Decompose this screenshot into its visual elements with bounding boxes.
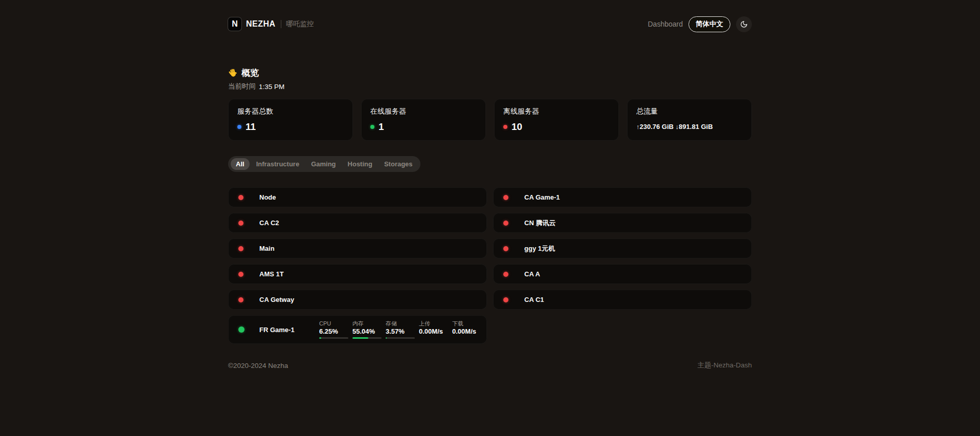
brand-logo[interactable]: N NEZHA 哪吒监控 (228, 17, 314, 31)
server-live-stats: CPU 6.25% 内存 55.04% 存储 3.57% (319, 320, 481, 339)
stat-card-value: 10 (511, 121, 522, 133)
header: N NEZHA 哪吒监控 Dashboard 简体中文 (228, 0, 752, 33)
server-name: CA A (524, 270, 540, 278)
stat-card-online-servers[interactable]: 在线服务器 1 (361, 99, 486, 141)
status-dot-icon (238, 195, 243, 200)
stat-value: 0.00M/s (419, 328, 448, 336)
download-stat: 下载 0.00M/s (452, 320, 481, 339)
memory-progress-bar (352, 337, 382, 339)
brand-name: NEZHA (246, 19, 276, 29)
server-group-tabs: All Infrastructure Gaming Hosting Storag… (228, 156, 420, 172)
stat-label: 内存 (352, 320, 382, 327)
tab-gaming[interactable]: Gaming (306, 158, 341, 170)
server-name: AMS 1T (259, 270, 284, 278)
server-row-ca-getway[interactable]: CA Getway (228, 290, 487, 310)
offline-servers-dot-icon (503, 125, 507, 129)
stat-label: 存储 (386, 320, 415, 327)
page-container: N NEZHA 哪吒监控 Dashboard 简体中文 (228, 0, 752, 370)
server-name: ggy 1元机 (524, 244, 555, 253)
server-list-left-column: Node CA C2 Main AMS 1T CA Getway FR Game… (228, 187, 487, 344)
language-button[interactable]: 简体中文 (688, 16, 730, 32)
server-row-cn-tencent[interactable]: CN 腾讯云 (493, 213, 752, 233)
server-row-ca-c1[interactable]: CA C1 (493, 290, 752, 310)
stat-card-total-servers[interactable]: 服务器总数 11 (228, 99, 353, 141)
storage-stat: 存储 3.57% (386, 320, 415, 339)
header-actions: Dashboard 简体中文 (648, 16, 752, 32)
stat-value: 0.00M/s (452, 328, 481, 336)
server-row-ggy-1yuan[interactable]: ggy 1元机 (493, 238, 752, 258)
stat-card-value: 1 (378, 121, 384, 133)
brand-subtitle: 哪吒监控 (286, 19, 314, 29)
brand-divider (281, 20, 281, 28)
stat-value: 3.57% (386, 328, 415, 336)
stat-card-title: 服务器总数 (237, 107, 344, 116)
stat-card-title: 在线服务器 (370, 107, 477, 116)
tab-all[interactable]: All (231, 158, 250, 170)
cpu-stat: CPU 6.25% (319, 320, 348, 339)
stat-value: 6.25% (319, 328, 348, 336)
current-time-value: 1:35 PM (259, 83, 284, 91)
total-servers-dot-icon (237, 125, 241, 129)
memory-stat: 内存 55.04% (352, 320, 382, 339)
dashboard-link[interactable]: Dashboard (648, 20, 683, 28)
server-name: CA C1 (524, 296, 544, 303)
server-name: CA C2 (259, 219, 279, 227)
status-dot-icon (503, 246, 508, 251)
stat-card-title: 离线服务器 (503, 107, 610, 116)
server-list-right-column: CA Game-1 CN 腾讯云 ggy 1元机 CA A CA C1 (493, 187, 752, 310)
footer: ©2020-2024 Nezha 主题-Nezha-Dash (228, 361, 752, 370)
storage-progress-bar (386, 337, 415, 339)
server-row-main[interactable]: Main (228, 238, 487, 258)
overview-section: 概览 当前时间 1:35 PM (228, 67, 752, 91)
stats-grid: 服务器总数 11 在线服务器 1 离线服务器 10 总流量 ↑230.76 Gi… (228, 99, 752, 141)
stat-card-title: 总流量 (636, 107, 743, 116)
server-row-fr-game-1[interactable]: FR Game-1 CPU 6.25% 内存 55.04% 存储 3.57% (228, 315, 487, 344)
stat-label: CPU (319, 320, 348, 327)
stat-card-total-traffic: 总流量 ↑230.76 GiB ↓891.81 GiB (627, 99, 752, 141)
online-servers-dot-icon (370, 125, 374, 129)
tab-hosting[interactable]: Hosting (343, 158, 377, 170)
copyright: ©2020-2024 Nezha (228, 362, 288, 369)
status-dot-icon (238, 297, 243, 302)
stat-value: 55.04% (352, 328, 382, 336)
server-name: Node (259, 193, 276, 201)
theme-toggle-button[interactable] (736, 16, 752, 32)
server-name: FR Game-1 (259, 326, 295, 334)
server-name: Main (259, 245, 275, 252)
status-dot-icon (503, 221, 508, 226)
moon-icon (740, 20, 748, 28)
server-row-ca-game-1[interactable]: CA Game-1 (493, 187, 752, 207)
server-row-node[interactable]: Node (228, 187, 487, 207)
status-dot-icon (238, 272, 243, 277)
stat-card-value: 11 (246, 121, 256, 133)
server-name: CN 腾讯云 (524, 219, 555, 228)
status-dot-icon (238, 246, 243, 251)
server-row-ca-a[interactable]: CA A (493, 264, 752, 284)
stat-label: 下载 (452, 320, 481, 327)
theme-credit-link[interactable]: 主题-Nezha-Dash (697, 361, 752, 370)
traffic-value: ↑230.76 GiB ↓891.81 GiB (636, 123, 713, 130)
current-time: 当前时间 1:35 PM (228, 82, 752, 91)
server-row-ca-c2[interactable]: CA C2 (228, 213, 487, 233)
nezha-logo-icon: N (228, 17, 241, 31)
server-list: Node CA C2 Main AMS 1T CA Getway FR Game… (228, 187, 752, 344)
status-dot-icon (503, 297, 508, 302)
waving-hand-icon (228, 68, 238, 78)
server-row-ams-1t[interactable]: AMS 1T (228, 264, 487, 284)
cpu-progress-bar (319, 337, 348, 339)
current-time-label: 当前时间 (228, 82, 256, 91)
stat-card-offline-servers[interactable]: 离线服务器 10 (494, 99, 619, 141)
server-name: CA Getway (259, 296, 294, 303)
tab-storages[interactable]: Storages (379, 158, 418, 170)
status-dot-icon (503, 272, 508, 277)
page-title: 概览 (241, 67, 259, 79)
server-name: CA Game-1 (524, 193, 560, 201)
status-dot-icon (238, 326, 244, 333)
status-dot-icon (238, 221, 243, 226)
status-dot-icon (503, 195, 508, 200)
upload-stat: 上传 0.00M/s (419, 320, 448, 339)
stat-label: 上传 (419, 320, 448, 327)
tab-infrastructure[interactable]: Infrastructure (251, 158, 305, 170)
